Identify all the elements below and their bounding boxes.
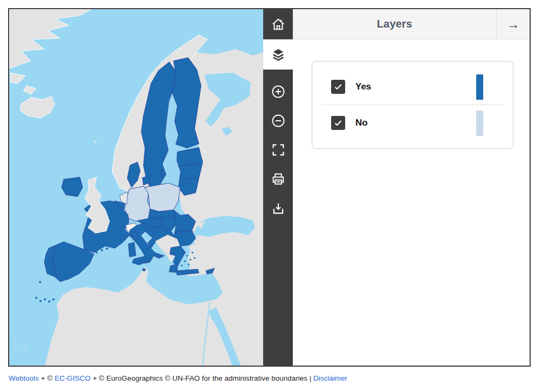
- panel-title: Layers: [293, 9, 496, 39]
- legend-swatch-yes: [476, 74, 483, 100]
- panel-header: Layers →: [293, 9, 530, 39]
- ec-gisco-link[interactable]: EC-GISCO: [54, 374, 91, 382]
- print-button[interactable]: [263, 164, 293, 194]
- faroe-islands: [94, 141, 97, 143]
- arrow-right-icon: →: [507, 17, 520, 32]
- home-button[interactable]: [263, 9, 293, 39]
- map-widget: Layers → Yes: [8, 8, 531, 367]
- legend-row-no: No: [312, 105, 513, 141]
- print-icon: [271, 171, 286, 187]
- download-icon: [271, 201, 286, 216]
- zoom-out-icon: [271, 113, 286, 128]
- legend-label-yes: Yes: [355, 81, 371, 92]
- legend-card: Yes No: [312, 61, 513, 149]
- legend-swatch-no: [476, 111, 483, 136]
- no-checkbox[interactable]: [331, 116, 345, 130]
- legend-row-yes: Yes: [312, 69, 513, 105]
- map-canvas[interactable]: [9, 9, 263, 366]
- sardinia: [128, 242, 136, 257]
- zoom-out-button[interactable]: [263, 106, 293, 135]
- checkmark-icon: [334, 119, 342, 127]
- legend-label-no: No: [355, 118, 368, 128]
- panel-collapse-button[interactable]: →: [496, 9, 530, 39]
- webtools-link[interactable]: Webtools: [9, 374, 39, 382]
- download-button[interactable]: [263, 194, 293, 223]
- fullscreen-button[interactable]: [263, 135, 293, 164]
- home-icon: [271, 17, 286, 32]
- country-poland[interactable]: [145, 183, 180, 212]
- layers-button[interactable]: [263, 39, 293, 70]
- zoom-in-button[interactable]: [263, 77, 293, 106]
- map-toolbar: [263, 9, 293, 366]
- yes-checkbox[interactable]: [331, 80, 345, 94]
- checkmark-icon: [334, 82, 342, 91]
- malta: [142, 269, 145, 271]
- layers-panel: Layers → Yes: [293, 9, 530, 366]
- attribution-text: + © EuroGeographics © UN-FAO for the adm…: [91, 374, 313, 382]
- europe-map[interactable]: [9, 9, 263, 366]
- zoom-in-icon: [271, 84, 286, 99]
- fullscreen-icon: [271, 142, 286, 157]
- attribution-text: + ©: [39, 374, 54, 382]
- layers-icon: [271, 47, 286, 62]
- attribution-bar: Webtools + © EC-GISCO + © EuroGeographic…: [9, 374, 347, 382]
- disclaimer-link[interactable]: Disclaimer: [313, 374, 347, 382]
- toolbar-spacer: [263, 70, 293, 77]
